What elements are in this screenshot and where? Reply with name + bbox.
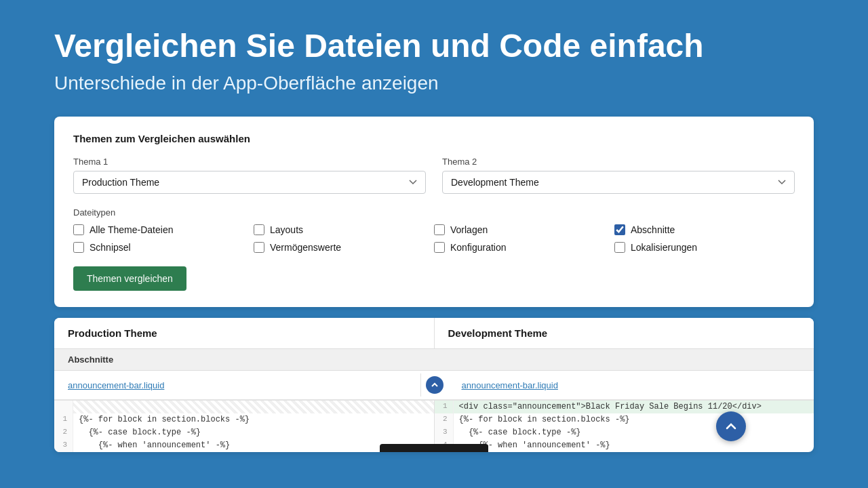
diff-left-header: Production Theme	[54, 318, 435, 348]
diff-header: Production Theme Development Theme	[54, 318, 814, 348]
line-content: <div class="announcement">Black Friday S…	[454, 401, 814, 413]
checkbox-konfiguration-input[interactable]	[434, 242, 445, 253]
checkbox-layouts-input[interactable]	[254, 224, 264, 235]
compare-card: Themen zum Vergleichen auswählen Thema 1…	[54, 117, 814, 307]
checkbox-abschnitte-label: Abschnitte	[631, 224, 675, 235]
checkbox-schnipsel-label: Schnipsel	[90, 242, 131, 253]
diff-file-row: announcement-bar.liquid announcement-bar…	[54, 371, 814, 400]
diff-right-header: Development Theme	[435, 318, 814, 348]
tooltip-bar	[380, 444, 488, 452]
checkbox-lokalisierungen-input[interactable]	[614, 242, 625, 253]
line-num: 3	[435, 426, 454, 439]
diff-file-right: announcement-bar.liquid	[448, 373, 814, 396]
theme2-label: Thema 2	[442, 157, 795, 167]
line-content	[73, 401, 434, 413]
checkbox-alle: Alle Theme-Dateien	[73, 224, 254, 235]
theme1-group: Thema 1 Production Theme Development The…	[73, 157, 426, 194]
checkbox-vermoegen-label: Vermögenswerte	[270, 242, 341, 253]
code-line-right-1: 1 <div class="announcement">Black Friday…	[435, 401, 814, 413]
code-pane-right: 1 <div class="announcement">Black Friday…	[435, 401, 814, 453]
checkboxes-grid: Alle Theme-Dateien Layouts Vorlagen Absc…	[73, 224, 795, 253]
code-line-left-3: 3 {%- when 'announcement' -%}	[54, 439, 434, 452]
checkbox-layouts: Layouts	[254, 224, 434, 235]
checkbox-alle-label: Alle Theme-Dateien	[90, 224, 173, 235]
diff-file-link-left[interactable]: announcement-bar.liquid	[68, 380, 164, 390]
checkbox-schnipsel-input[interactable]	[73, 242, 84, 253]
theme-selectors: Thema 1 Production Theme Development The…	[73, 157, 795, 194]
checkbox-lokalisierungen: Lokalisierungen	[614, 242, 795, 253]
line-content: {%- case block.type -%}	[73, 426, 434, 439]
checkbox-vorlagen: Vorlagen	[434, 224, 614, 235]
line-num: 3	[54, 439, 73, 452]
code-line-right-3: 3 {%- case block.type -%}	[435, 426, 814, 439]
code-line-left-1: 1 {%- for block in section.blocks -%}	[54, 413, 434, 426]
diff-collapse-center	[421, 371, 448, 399]
diff-file-link-right[interactable]: announcement-bar.liquid	[462, 380, 558, 390]
code-pane-left: 1 {%- for block in section.blocks -%} 2 …	[54, 401, 435, 453]
diff-file-left: announcement-bar.liquid	[54, 373, 421, 396]
checkbox-lokalisierungen-label: Lokalisierungen	[631, 242, 697, 253]
code-line-right-4: 4 {%- when 'announcement' -%}	[435, 439, 814, 452]
checkbox-vorlagen-input[interactable]	[434, 224, 445, 235]
diff-section-bar: Abschnitte	[54, 348, 814, 371]
chevron-up-icon	[431, 381, 439, 389]
line-num	[54, 401, 73, 413]
hero-title: Vergleichen Sie Dateien und Code einfach	[54, 27, 814, 64]
line-content: {%- when 'announcement' -%}	[454, 439, 814, 452]
line-num: 1	[435, 401, 454, 413]
checkbox-layouts-label: Layouts	[270, 224, 303, 235]
line-num: 1	[54, 413, 73, 426]
checkbox-abschnitte: Abschnitte	[614, 224, 795, 235]
hero-subtitle: Unterschiede in der App-Oberfläche anzei…	[54, 71, 814, 96]
collapse-button[interactable]	[426, 376, 443, 394]
card-title: Themen zum Vergleichen auswählen	[73, 133, 795, 144]
checkbox-vermoegen: Vermögenswerte	[254, 242, 434, 253]
checkbox-abschnitte-input[interactable]	[614, 224, 625, 235]
line-content: {%- case block.type -%}	[454, 426, 814, 439]
compare-button[interactable]: Themen vergleichen	[73, 266, 186, 291]
hero-section: Vergleichen Sie Dateien und Code einfach…	[0, 0, 868, 117]
filetypes-label: Dateitypen	[73, 207, 795, 218]
code-line-right-2: 2 {%- for block in section.blocks -%}	[435, 413, 814, 426]
checkbox-konfiguration-label: Konfiguration	[450, 242, 507, 253]
checkbox-konfiguration: Konfiguration	[434, 242, 614, 253]
fab-button[interactable]	[716, 411, 746, 441]
theme2-group: Thema 2 Production Theme Development The…	[442, 157, 795, 194]
line-num: 2	[435, 413, 454, 426]
line-content: {%- for block in section.blocks -%}	[454, 413, 814, 426]
checkbox-vermoegen-input[interactable]	[254, 242, 264, 253]
diff-section: Production Theme Development Theme Absch…	[54, 318, 814, 453]
checkbox-alle-input[interactable]	[73, 224, 84, 235]
theme1-select[interactable]: Production Theme Development Theme	[73, 171, 426, 194]
checkbox-vorlagen-label: Vorlagen	[450, 224, 488, 235]
line-content: {%- for block in section.blocks -%}	[73, 413, 434, 426]
theme2-select[interactable]: Production Theme Development Theme	[442, 171, 795, 194]
checkbox-schnipsel: Schnipsel	[73, 242, 254, 253]
code-line-left-2: 2 {%- case block.type -%}	[54, 426, 434, 439]
code-line-left-blank	[54, 401, 434, 413]
theme1-label: Thema 1	[73, 157, 426, 167]
line-num: 2	[54, 426, 73, 439]
chevron-up-fab-icon	[725, 420, 737, 432]
